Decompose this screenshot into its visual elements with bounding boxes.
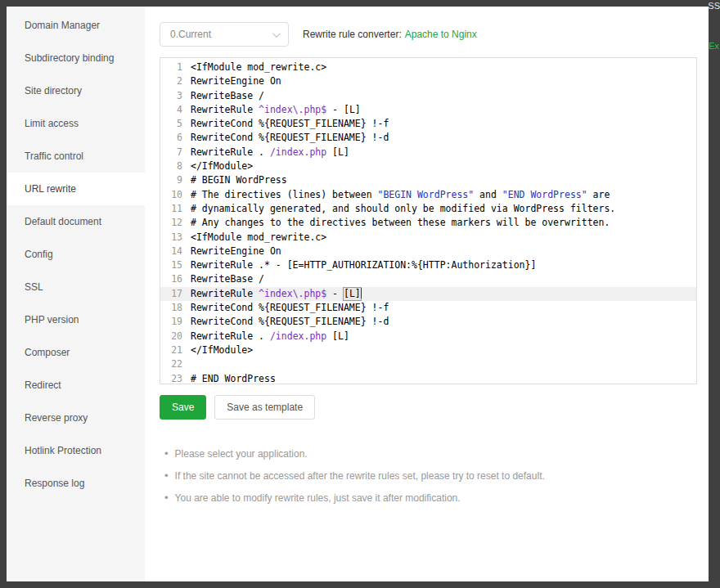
code-line-text[interactable]: </IfModule> xyxy=(191,343,253,357)
code-line[interactable]: 2RewriteEngine On xyxy=(160,74,696,88)
code-line[interactable]: 3RewriteBase / xyxy=(160,89,696,103)
bullet-icon: • xyxy=(164,469,169,482)
code-line[interactable]: 19RewriteCond %{REQUEST_FILENAME} !-d xyxy=(160,315,696,329)
code-line-text[interactable]: RewriteRule . /index.php [L] xyxy=(191,146,349,159)
code-line-text[interactable]: RewriteCond %{REQUEST_FILENAME} !-f xyxy=(191,117,389,131)
code-line-text[interactable]: <IfModule mod_rewrite.c> xyxy=(191,231,326,245)
sidebar-item-domain-manager[interactable]: Domain Manager xyxy=(7,9,145,42)
bullet-icon: • xyxy=(164,491,169,504)
save-button[interactable]: Save xyxy=(160,395,206,420)
code-line[interactable]: 1<IfModule mod_rewrite.c> xyxy=(160,61,696,74)
sidebar-item-composer[interactable]: Composer xyxy=(7,336,145,369)
sidebar-item-default-document[interactable]: Default document xyxy=(7,205,145,238)
converter-label: Rewrite rule converter: xyxy=(303,29,402,40)
code-line-text[interactable]: RewriteRule ^index\.php$ - [L] xyxy=(191,287,362,301)
code-line[interactable]: 10# The directives (lines) between "BEGI… xyxy=(160,188,696,202)
code-line-text[interactable]: RewriteBase / xyxy=(191,272,264,286)
button-row: Save Save as template xyxy=(160,395,697,420)
line-number: 6 xyxy=(160,131,191,145)
toolbar: 0.Current Rewrite rule converter:Apache … xyxy=(160,22,697,47)
notes-list: •Please select your application.•If the … xyxy=(160,447,697,504)
code-line[interactable]: 6RewriteCond %{REQUEST_FILENAME} !-d xyxy=(160,131,696,145)
code-editor-lines: 1<IfModule mod_rewrite.c>2RewriteEngine … xyxy=(160,61,696,384)
sidebar-item-hotlink-protection[interactable]: Hotlink Protection xyxy=(7,434,145,467)
code-line[interactable]: 7RewriteRule . /index.php [L] xyxy=(160,146,696,159)
line-number: 17 xyxy=(160,287,191,301)
code-line-text[interactable]: # Any changes to the directives between … xyxy=(191,216,610,230)
code-line-text[interactable]: # BEGIN WordPress xyxy=(191,173,287,187)
sidebar-item-php-version[interactable]: PHP version xyxy=(7,303,145,336)
line-number: 1 xyxy=(160,61,191,74)
line-number: 8 xyxy=(160,159,191,173)
note-item: •You are able to modify rewrite rules, j… xyxy=(160,491,697,504)
code-line-text[interactable]: RewriteCond %{REQUEST_FILENAME} !-f xyxy=(191,301,389,315)
code-line-text[interactable]: RewriteRule . /index.php [L] xyxy=(191,330,349,343)
code-line[interactable]: 15RewriteRule .* - [E=HTTP_AUTHORIZATION… xyxy=(160,258,696,272)
site-settings-modal: Domain ManagerSubdirectory bindingSite d… xyxy=(7,7,709,581)
code-line[interactable]: 21</IfModule> xyxy=(160,343,696,357)
code-line-text[interactable]: RewriteRule .* - [E=HTTP_AUTHORIZATION:%… xyxy=(191,258,536,272)
sidebar-item-config[interactable]: Config xyxy=(7,238,145,271)
code-line[interactable]: 8</IfModule> xyxy=(160,159,696,173)
code-line[interactable]: 13<IfModule mod_rewrite.c> xyxy=(160,231,696,245)
line-number: 16 xyxy=(160,272,191,286)
line-number: 10 xyxy=(160,188,191,202)
code-line-text[interactable]: # dynamically generated, and should only… xyxy=(191,202,615,216)
code-line-text[interactable]: </IfModule> xyxy=(191,159,253,173)
rewrite-template-select[interactable]: 0.Current xyxy=(160,22,289,47)
code-line[interactable]: 14RewriteEngine On xyxy=(160,245,696,258)
code-line-text[interactable]: <IfModule mod_rewrite.c> xyxy=(191,61,326,74)
code-line[interactable]: 22 xyxy=(160,357,696,371)
code-line[interactable]: 5RewriteCond %{REQUEST_FILENAME} !-f xyxy=(160,117,696,131)
select-value: 0.Current xyxy=(170,29,211,40)
code-line-text[interactable]: # END WordPress xyxy=(191,372,276,384)
code-line[interactable]: 11# dynamically generated, and should on… xyxy=(160,202,696,216)
code-line[interactable]: 18RewriteCond %{REQUEST_FILENAME} !-f xyxy=(160,301,696,315)
line-number: 9 xyxy=(160,173,191,187)
note-text: If the site cannot be accessed after the… xyxy=(175,470,545,482)
sidebar-item-reverse-proxy[interactable]: Reverse proxy xyxy=(7,402,145,434)
line-number: 14 xyxy=(160,245,191,258)
line-number: 2 xyxy=(160,74,191,88)
code-line[interactable]: 16RewriteBase / xyxy=(160,272,696,286)
line-number: 7 xyxy=(160,146,191,159)
code-line[interactable]: 9# BEGIN WordPress xyxy=(160,173,696,187)
code-line-text[interactable]: # The directives (lines) between "BEGIN … xyxy=(191,188,610,202)
sidebar-item-response-log[interactable]: Response log xyxy=(7,467,145,500)
code-line[interactable]: 23# END WordPress xyxy=(160,372,696,384)
sidebar-item-redirect[interactable]: Redirect xyxy=(7,369,145,402)
code-editor[interactable]: 1<IfModule mod_rewrite.c>2RewriteEngine … xyxy=(160,57,697,384)
code-line-text[interactable]: RewriteCond %{REQUEST_FILENAME} !-d xyxy=(191,315,389,329)
code-line[interactable]: 4RewriteRule ^index\.php$ - [L] xyxy=(160,103,696,117)
note-item: •Please select your application. xyxy=(160,447,697,460)
sidebar-item-subdirectory-binding[interactable]: Subdirectory binding xyxy=(7,42,145,74)
code-line-text[interactable]: RewriteEngine On xyxy=(191,245,281,258)
code-line-text[interactable]: RewriteRule ^index\.php$ - [L] xyxy=(191,103,361,117)
background-text-fragment: SS xyxy=(708,1,720,11)
line-number: 15 xyxy=(160,258,191,272)
code-line[interactable]: 17RewriteRule ^index\.php$ - [L] xyxy=(160,287,696,301)
sidebar-menu: Domain ManagerSubdirectory bindingSite d… xyxy=(7,7,145,581)
chevron-down-icon xyxy=(272,29,281,38)
sidebar-item-ssl[interactable]: SSL xyxy=(7,271,145,303)
sidebar-item-limit-access[interactable]: Limit access xyxy=(7,107,145,140)
line-number: 22 xyxy=(160,357,191,371)
save-as-template-button[interactable]: Save as template xyxy=(214,395,315,420)
bullet-icon: • xyxy=(164,447,169,460)
code-line-text[interactable]: RewriteEngine On xyxy=(191,74,281,88)
sidebar-item-traffic-control[interactable]: Traffic control xyxy=(7,140,145,173)
note-item: •If the site cannot be accessed after th… xyxy=(160,469,697,482)
code-line-text[interactable]: RewriteCond %{REQUEST_FILENAME} !-d xyxy=(191,131,389,145)
code-line[interactable]: 12# Any changes to the directives betwee… xyxy=(160,216,696,230)
sidebar-item-site-directory[interactable]: Site directory xyxy=(7,74,145,107)
sidebar-item-url-rewrite[interactable]: URL rewrite xyxy=(7,173,145,205)
apache-to-nginx-link[interactable]: Apache to Nginx xyxy=(405,29,477,40)
code-line-text[interactable]: RewriteBase / xyxy=(191,89,264,103)
line-number: 18 xyxy=(160,301,191,315)
line-number: 21 xyxy=(160,343,191,357)
converter-row: Rewrite rule converter:Apache to Nginx xyxy=(303,29,477,40)
text-cursor xyxy=(361,288,362,298)
code-line[interactable]: 20RewriteRule . /index.php [L] xyxy=(160,330,696,343)
line-number: 4 xyxy=(160,103,191,117)
line-number: 13 xyxy=(160,231,191,245)
